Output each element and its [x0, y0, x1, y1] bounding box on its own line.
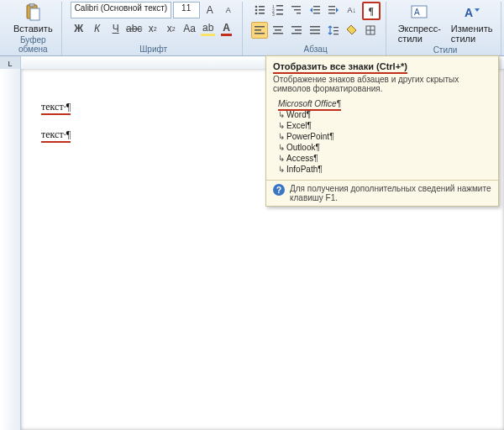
svg-rect-17	[297, 13, 301, 13]
bullets-button[interactable]	[251, 2, 268, 18]
shading-button[interactable]	[344, 22, 360, 39]
strike-button[interactable]: abc	[126, 20, 143, 37]
subscript-button[interactable]: x2	[144, 20, 161, 37]
line-spacing-button[interactable]	[325, 22, 342, 39]
tooltip-item: ↳PowerPoint¶	[278, 131, 491, 142]
align-left-button[interactable]	[251, 22, 268, 39]
grow-font-button[interactable]: A	[202, 2, 218, 18]
quick-styles-icon: A	[410, 3, 428, 22]
tooltip-help: ? Для получения дополнительных сведений …	[273, 184, 491, 202]
tooltip-item: ↳Outlook¶	[278, 142, 491, 153]
group-styles: A Экспресс-стили A Изменить стили Стили	[390, 2, 502, 55]
tooltip-title: Отобразить все знаки (Ctrl+*)	[273, 61, 491, 71]
group-label-clipboard: Буфер обмена	[10, 35, 56, 55]
paste-label: Вставить	[13, 24, 53, 34]
shrink-font-button[interactable]: A	[220, 2, 237, 18]
bold-button[interactable]: Ж	[71, 20, 87, 37]
borders-button[interactable]	[362, 22, 379, 39]
svg-rect-29	[273, 33, 283, 34]
svg-rect-26	[255, 33, 265, 34]
group-label-paragraph: Абзац	[251, 45, 381, 55]
decrease-indent-button[interactable]	[307, 2, 323, 18]
font-name-combo[interactable]: Calibri (Основной текст)	[71, 2, 171, 18]
align-center-button[interactable]	[270, 22, 286, 39]
paste-button[interactable]: Вставить	[10, 2, 56, 35]
svg-rect-14	[276, 13, 283, 15]
paste-icon	[24, 3, 42, 22]
svg-rect-23	[328, 13, 335, 13]
quick-styles-label: Экспресс-стили	[398, 24, 441, 44]
quick-styles-button[interactable]: A Экспресс-стили	[395, 2, 444, 45]
multilevel-button[interactable]	[288, 2, 305, 18]
tooltip-list-head: Microsoft Office¶	[278, 99, 341, 111]
svg-text:A: A	[465, 6, 473, 19]
svg-rect-18	[313, 6, 320, 7]
svg-rect-6	[259, 9, 265, 11]
svg-rect-31	[295, 29, 302, 31]
highlight-button[interactable]: ab	[200, 20, 217, 37]
change-styles-button[interactable]: A Изменить стили	[448, 2, 496, 45]
svg-rect-15	[291, 6, 301, 7]
svg-rect-8	[259, 13, 265, 14]
word-window: Вставить Буфер обмена Calibri (Основной …	[0, 0, 504, 430]
svg-rect-12	[276, 9, 283, 11]
svg-text:A: A	[414, 8, 420, 17]
numbering-button[interactable]: 123	[270, 2, 286, 18]
font-color-button[interactable]: A	[218, 20, 235, 37]
vertical-ruler[interactable]	[0, 69, 21, 430]
svg-point-7	[255, 13, 257, 15]
svg-rect-4	[259, 6, 265, 8]
ribbon: Вставить Буфер обмена Calibri (Основной …	[0, 0, 504, 56]
svg-rect-28	[275, 29, 281, 31]
svg-rect-35	[310, 33, 320, 34]
svg-rect-37	[333, 30, 339, 31]
group-clipboard: Вставить Буфер обмена	[5, 2, 62, 55]
justify-button[interactable]	[307, 22, 323, 39]
tooltip-item: ↳Access¶	[278, 153, 491, 164]
align-right-button[interactable]	[288, 22, 305, 39]
svg-rect-36	[333, 27, 339, 28]
svg-rect-27	[273, 26, 283, 28]
svg-rect-20	[313, 13, 320, 13]
tooltip-help-text: Для получения дополнительных сведений на…	[290, 184, 491, 202]
svg-text:3: 3	[272, 12, 275, 16]
svg-rect-10	[276, 5, 283, 7]
tooltip-list: Microsoft Office¶ ↳Word¶ ↳Excel¶ ↳PowerP…	[273, 98, 491, 175]
show-marks-button[interactable]: ¶	[362, 2, 381, 20]
help-icon: ?	[273, 184, 285, 196]
group-font: Calibri (Основной текст) 11 A A Ж К Ч ab…	[66, 2, 243, 55]
tooltip-item: ↳Word¶	[278, 109, 491, 120]
group-paragraph: 123 А↓ ¶	[246, 2, 386, 55]
svg-rect-33	[310, 26, 320, 28]
svg-rect-30	[291, 26, 302, 28]
svg-rect-34	[310, 29, 320, 31]
change-styles-label: Изменить стили	[451, 24, 493, 44]
font-size-combo[interactable]: 11	[173, 2, 200, 18]
show-marks-tooltip: Отобразить все знаки (Ctrl+*) Отображени…	[265, 55, 499, 207]
svg-rect-25	[255, 29, 261, 31]
tooltip-item: ↳Excel¶	[278, 120, 491, 131]
change-styles-icon: A	[463, 3, 481, 22]
superscript-button[interactable]: x2	[163, 20, 180, 37]
change-case-button[interactable]: Aa	[181, 20, 198, 37]
svg-rect-21	[328, 6, 335, 7]
svg-rect-22	[328, 9, 335, 10]
increase-indent-button[interactable]	[325, 2, 342, 18]
tooltip-description: Отображение знаков абзацев и других скры…	[273, 75, 491, 93]
svg-rect-2	[30, 8, 39, 20]
group-label-font: Шрифт	[71, 45, 237, 55]
italic-button[interactable]: К	[89, 20, 106, 37]
svg-rect-24	[255, 26, 265, 28]
tooltip-item: ↳InfoPath¶	[278, 164, 491, 175]
svg-rect-19	[313, 9, 320, 10]
sort-button[interactable]: А↓	[344, 2, 360, 18]
svg-point-3	[255, 6, 257, 8]
svg-rect-32	[291, 33, 302, 34]
svg-point-5	[255, 9, 257, 12]
underline-button[interactable]: Ч	[108, 20, 124, 37]
svg-rect-1	[29, 3, 34, 7]
svg-rect-38	[333, 34, 339, 34]
svg-rect-16	[294, 9, 301, 10]
